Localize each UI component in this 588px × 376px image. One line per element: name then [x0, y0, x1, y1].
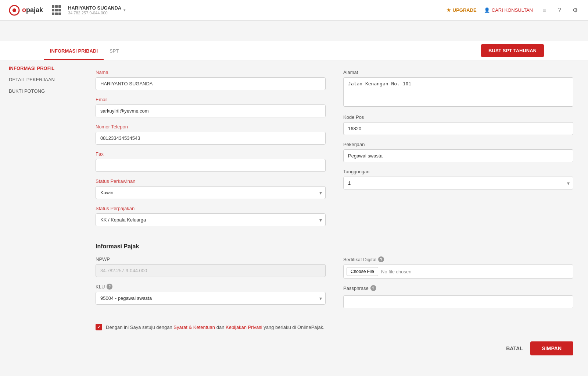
passphrase-help-icon[interactable]: ?: [370, 285, 376, 291]
grid-menu-icon[interactable]: [52, 5, 62, 15]
svg-point-1: [12, 8, 16, 12]
form-group-kode-pos: Kode Pos: [343, 114, 573, 135]
form-group-alamat: Alamat Jalan Kenangan No. 101: [343, 70, 573, 108]
help-icon[interactable]: ?: [556, 6, 564, 14]
label-sertifikat: Sertifikat Digital: [343, 257, 376, 262]
settings-icon[interactable]: ⚙: [571, 6, 579, 14]
label-klu: KLU: [96, 284, 105, 290]
select-wrapper-klu: 95004 - pegawai swasta ▾: [96, 292, 326, 305]
label-tanggungan: Tanggungan: [343, 169, 573, 174]
sidebar-item-informasi-profil[interactable]: INFORMASI PROFIL: [9, 63, 72, 74]
bottom-actions: BATAL SIMPAN: [96, 338, 573, 366]
select-tanggungan[interactable]: 0 1 2 3: [343, 177, 573, 189]
file-chosen-text: No file chosen: [381, 269, 411, 274]
tab-informasi-pribadi[interactable]: INFORMASI PRIBADI: [44, 42, 104, 60]
user-chevron-icon[interactable]: ▾: [123, 8, 126, 13]
batal-button[interactable]: BATAL: [506, 345, 523, 351]
form-group-klu: KLU ? 95004 - pegawai swasta ▾: [96, 284, 326, 305]
klu-label-wrapper: KLU ?: [96, 284, 326, 290]
file-input-wrapper-sertifikat: Choose File No file chosen: [343, 265, 573, 279]
top-navigation: opajak HARIYANTO SUGANDA 34.782.257.9-04…: [0, 0, 588, 21]
label-status-perkawinan: Status Perkawinan: [96, 178, 326, 184]
kebijakan-link[interactable]: Kebijakan Privasi: [226, 324, 262, 330]
input-nama[interactable]: [96, 77, 326, 90]
person-icon: 👤: [484, 7, 490, 13]
agreement-text: Dengan ini Saya setuju dengan Syarat & K…: [106, 324, 325, 330]
form-group-sertifikat: Sertifikat Digital ? Choose File No file…: [343, 256, 573, 279]
tabs-bar: INFORMASI PRIBADI SPT BUAT SPT TAHUNAN: [0, 41, 588, 60]
input-fax[interactable]: [96, 159, 326, 172]
sertifikat-help-icon[interactable]: ?: [378, 256, 384, 262]
upgrade-button[interactable]: ★ UPGRADE: [447, 7, 477, 13]
pajak-form-grid: NPWP KLU ? 95004 - pegawai swasta ▾: [96, 256, 573, 315]
form-group-telepon: Nomor Telepon: [96, 124, 326, 145]
logo-text: opajak: [22, 6, 43, 14]
passphrase-label-wrapper: Passphrase ?: [343, 285, 573, 291]
choose-file-button[interactable]: Choose File: [347, 267, 378, 276]
notifications-icon[interactable]: ≡: [540, 6, 548, 14]
logo[interactable]: opajak: [9, 5, 43, 16]
form-group-email: Email: [96, 97, 326, 117]
konsultan-button[interactable]: 👤 CARI KONSULTAN: [484, 7, 533, 13]
label-fax: Fax: [96, 151, 326, 157]
sidebar-item-detail-pekerjaan[interactable]: DETAIL PEKERJAAN: [9, 74, 72, 85]
label-nama: Nama: [96, 70, 326, 75]
label-npwp: NPWP: [96, 256, 326, 262]
label-telepon: Nomor Telepon: [96, 124, 326, 130]
form-group-fax: Fax: [96, 151, 326, 172]
user-npwp: 34.782.257.9-044.000: [68, 11, 121, 15]
input-pekerjaan[interactable]: [343, 149, 573, 162]
form-group-passphrase: Passphrase ?: [343, 285, 573, 308]
input-npwp: [96, 264, 326, 277]
label-status-perpajakan: Status Perpajakan: [96, 206, 326, 211]
agreement-checkbox[interactable]: [96, 324, 102, 330]
syarat-link[interactable]: Syarat & Ketentuan: [173, 324, 215, 330]
label-kode-pos: Kode Pos: [343, 114, 573, 120]
agreement-row: Dengan ini Saya setuju dengan Syarat & K…: [96, 324, 573, 330]
form-group-tanggungan: Tanggungan 0 1 2 3 ▾: [343, 169, 573, 189]
select-status-perkawinan[interactable]: Kawin Belum Kawin Janda/Duda: [96, 186, 326, 199]
subsection-title-pajak: Informasi Pajak: [96, 243, 573, 250]
sertifikat-label-wrapper: Sertifikat Digital ?: [343, 256, 573, 262]
user-info[interactable]: HARIYANTO SUGANDA 34.782.257.9-044.000: [68, 5, 121, 15]
konsultan-label: CARI KONSULTAN: [492, 7, 533, 13]
label-passphrase: Passphrase: [343, 285, 369, 291]
form-right-column: Alamat Jalan Kenangan No. 101 Kode Pos P…: [343, 70, 573, 233]
form-group-status-perkawinan: Status Perkawinan Kawin Belum Kawin Jand…: [96, 178, 326, 199]
input-email[interactable]: [96, 104, 326, 117]
form-group-status-perpajakan: Status Perpajakan KK / Kepala Keluarga H…: [96, 206, 326, 226]
input-alamat[interactable]: Jalan Kenangan No. 101: [343, 77, 573, 107]
upgrade-label: UPGRADE: [453, 7, 477, 13]
sidebar-item-bukti-potong[interactable]: BUKTI POTONG: [9, 85, 72, 97]
logo-icon: [9, 5, 20, 16]
select-klu[interactable]: 95004 - pegawai swasta: [96, 292, 326, 305]
pajak-left-column: NPWP KLU ? 95004 - pegawai swasta ▾: [96, 256, 326, 315]
tab-spt[interactable]: SPT: [104, 42, 125, 60]
user-name: HARIYANTO SUGANDA: [68, 5, 121, 11]
label-alamat: Alamat: [343, 70, 573, 75]
form-left-column: Nama Email Nomor Telepon Fax: [96, 70, 326, 233]
label-email: Email: [96, 97, 326, 102]
form-group-pekerjaan: Pekerjaan: [343, 142, 573, 162]
buat-spt-button[interactable]: BUAT SPT TAHUNAN: [481, 44, 544, 57]
select-wrapper-perkawinan: Kawin Belum Kawin Janda/Duda ▾: [96, 186, 326, 199]
form-group-nama: Nama: [96, 70, 326, 90]
select-wrapper-perpajakan: KK / Kepala Keluarga HB TK ▾: [96, 213, 326, 226]
pajak-right-column: Sertifikat Digital ? Choose File No file…: [343, 256, 573, 315]
input-kode-pos[interactable]: [343, 122, 573, 135]
sidebar: MENU PROFIL INFORMASI PROFIL DETAIL PEKE…: [0, 41, 81, 376]
label-pekerjaan: Pekerjaan: [343, 142, 573, 147]
main-layout: MENU PROFIL INFORMASI PROFIL DETAIL PEKE…: [0, 41, 588, 376]
form-grid: Nama Email Nomor Telepon Fax: [96, 70, 573, 233]
klu-help-icon[interactable]: ?: [107, 284, 112, 290]
content-area: Detail Profil Anda Nama Email Nomor Tele…: [81, 41, 588, 376]
input-passphrase[interactable]: [343, 295, 573, 308]
input-telepon[interactable]: [96, 132, 326, 145]
select-wrapper-tanggungan: 0 1 2 3 ▾: [343, 177, 573, 189]
simpan-button[interactable]: SIMPAN: [530, 341, 573, 355]
select-status-perpajakan[interactable]: KK / Kepala Keluarga HB TK: [96, 213, 326, 226]
form-group-npwp: NPWP: [96, 256, 326, 277]
star-icon: ★: [447, 7, 451, 13]
nav-actions: ★ UPGRADE 👤 CARI KONSULTAN ≡ ? ⚙: [447, 6, 579, 14]
